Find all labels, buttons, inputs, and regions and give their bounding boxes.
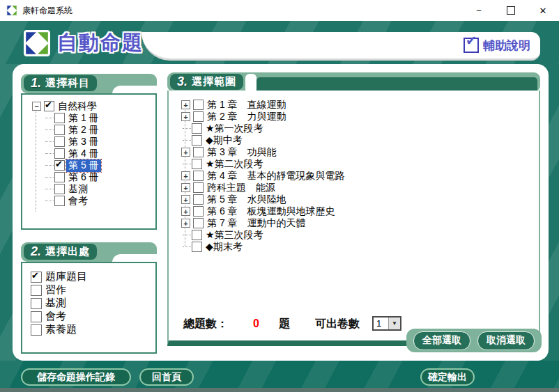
- expander-icon[interactable]: [181, 219, 190, 228]
- tree-item[interactable]: ★第一次段考: [181, 123, 539, 134]
- tree-item-label[interactable]: ◆期中考: [204, 134, 245, 147]
- collapse-icon[interactable]: [32, 102, 41, 111]
- tree-item[interactable]: 第 4 章 基本的靜電現象與電路: [181, 170, 539, 182]
- tree-item-label[interactable]: ★第一次段考: [204, 123, 266, 135]
- item-checkbox[interactable]: [31, 285, 42, 296]
- tree-item[interactable]: 基測: [44, 183, 155, 195]
- tree-item-label[interactable]: 第 1 冊: [66, 112, 101, 125]
- tree-item[interactable]: 第 2 章 力與運動: [181, 111, 539, 123]
- tree-item[interactable]: 第 6 章 板塊運動與地球歷史: [181, 205, 539, 217]
- tree-item[interactable]: 第 6 冊: [44, 171, 155, 183]
- tree-item-label[interactable]: 第 5 章 水與陸地: [205, 194, 289, 206]
- tree-item[interactable]: 第 3 章 功與能: [181, 146, 539, 158]
- tree-item[interactable]: ◆期末考: [181, 241, 539, 253]
- checklist-item[interactable]: 素養題: [31, 323, 155, 336]
- close-button[interactable]: ✕: [527, 0, 559, 21]
- tree-item-label[interactable]: 自然科學: [56, 100, 99, 113]
- tree-item-label[interactable]: 第 3 章 功與能: [205, 146, 279, 159]
- tree-item[interactable]: 第 1 章 直線運動: [181, 99, 539, 111]
- item-checkbox[interactable]: [31, 298, 42, 309]
- checklist-item[interactable]: 會考: [31, 310, 155, 323]
- item-checkbox[interactable]: [54, 136, 65, 147]
- item-checkbox[interactable]: [193, 218, 204, 228]
- item-checkbox[interactable]: [54, 113, 65, 123]
- tree-item-label[interactable]: 第 7 章 運動中的天體: [205, 217, 308, 230]
- item-checkbox[interactable]: [31, 272, 42, 283]
- checklist-item-label[interactable]: 素養題: [43, 323, 79, 336]
- tree-item-label[interactable]: 第 5 冊: [66, 159, 101, 172]
- save-log-button[interactable]: 儲存命題操作記錄: [21, 368, 131, 386]
- item-checkbox[interactable]: [192, 123, 202, 134]
- tree-item-label[interactable]: ◆期末考: [204, 241, 245, 253]
- item-checkbox[interactable]: [54, 172, 65, 182]
- expander-icon[interactable]: [181, 171, 190, 180]
- tree-item[interactable]: 第 7 章 運動中的天體: [181, 217, 539, 229]
- item-checkbox[interactable]: [192, 230, 202, 240]
- item-checkbox[interactable]: [193, 100, 204, 110]
- expander-icon[interactable]: [181, 160, 189, 168]
- expander-icon[interactable]: [181, 100, 190, 109]
- confirm-output-button[interactable]: 確定輸出: [420, 368, 475, 386]
- expander-icon[interactable]: [181, 243, 189, 251]
- tree-item[interactable]: 第 4 冊: [44, 148, 155, 159]
- item-checkbox[interactable]: [54, 160, 65, 171]
- checklist-item[interactable]: 基測: [31, 297, 155, 310]
- select-all-button[interactable]: 全部選取: [413, 331, 470, 350]
- tree-item[interactable]: 第 1 冊: [44, 112, 155, 124]
- tree-item-label[interactable]: 會考: [66, 195, 90, 207]
- checklist-item-label[interactable]: 基測: [43, 297, 68, 310]
- expander-icon[interactable]: [181, 148, 190, 157]
- tree-item[interactable]: ★第三次段考: [181, 229, 539, 241]
- deselect-button[interactable]: 取消選取: [477, 331, 535, 350]
- tree-item[interactable]: 第 5 冊: [44, 159, 155, 171]
- checklist-item[interactable]: 題庫題目: [31, 270, 155, 283]
- expander-icon[interactable]: [181, 136, 189, 144]
- tree-item[interactable]: 跨科主題 能源: [181, 182, 539, 194]
- tree-item-label[interactable]: 第 6 章 板塊運動與地球歷史: [205, 205, 337, 218]
- item-checkbox[interactable]: [193, 182, 204, 193]
- tree-item[interactable]: 會考: [44, 195, 155, 207]
- item-checkbox[interactable]: [193, 194, 204, 205]
- tree-item-label[interactable]: 第 6 冊: [66, 171, 101, 184]
- item-checkbox[interactable]: [54, 196, 65, 206]
- expander-icon[interactable]: [181, 207, 190, 216]
- tree-item-label[interactable]: ★第三次段考: [204, 229, 266, 242]
- item-checkbox[interactable]: [193, 171, 204, 181]
- tree-item-label[interactable]: 基測: [66, 183, 90, 196]
- tree-item[interactable]: 第 2 冊: [44, 124, 155, 136]
- item-checkbox[interactable]: [193, 111, 204, 122]
- tree-item[interactable]: ★第二次段考: [181, 158, 539, 170]
- checklist-item-label[interactable]: 習作: [43, 283, 68, 297]
- item-checkbox[interactable]: [193, 147, 204, 157]
- checklist-item-label[interactable]: 題庫題目: [43, 270, 89, 283]
- checklist-item-label[interactable]: 會考: [43, 310, 68, 323]
- expander-icon[interactable]: [181, 195, 190, 204]
- expander-icon[interactable]: [181, 231, 189, 239]
- item-checkbox[interactable]: [192, 135, 202, 146]
- item-checkbox[interactable]: [54, 125, 65, 135]
- expander-icon[interactable]: [181, 112, 190, 121]
- expander-icon[interactable]: [181, 183, 190, 192]
- item-checkbox[interactable]: [192, 159, 202, 169]
- tree-item-root[interactable]: 自然科學: [32, 100, 155, 112]
- tree-item[interactable]: 第 5 章 水與陸地: [181, 194, 539, 205]
- tree-item-label[interactable]: 第 4 冊: [66, 148, 101, 160]
- paper-count-select[interactable]: 1 ▼: [372, 316, 401, 331]
- item-checkbox[interactable]: [54, 148, 65, 159]
- tree-item-label[interactable]: ★第二次段考: [204, 158, 266, 171]
- tree-item-label[interactable]: 第 3 冊: [66, 136, 101, 148]
- root-checkbox[interactable]: [44, 101, 54, 111]
- tree-item-label[interactable]: 第 4 章 基本的靜電現象與電路: [205, 170, 347, 182]
- tree-item-label[interactable]: 第 1 章 直線運動: [205, 99, 289, 111]
- maximize-button[interactable]: [495, 0, 527, 21]
- expander-icon[interactable]: [181, 125, 189, 132]
- checklist-item[interactable]: 習作: [31, 283, 155, 297]
- tree-item[interactable]: 第 3 冊: [44, 136, 155, 148]
- help-button[interactable]: 輔助說明: [464, 38, 530, 54]
- tree-item-label[interactable]: 跨科主題 能源: [205, 182, 277, 194]
- item-checkbox[interactable]: [54, 184, 65, 194]
- tree-item[interactable]: ◆期中考: [181, 134, 539, 146]
- minimize-button[interactable]: −: [463, 0, 495, 21]
- tree-item-label[interactable]: 第 2 章 力與運動: [205, 111, 289, 123]
- item-checkbox[interactable]: [192, 242, 202, 252]
